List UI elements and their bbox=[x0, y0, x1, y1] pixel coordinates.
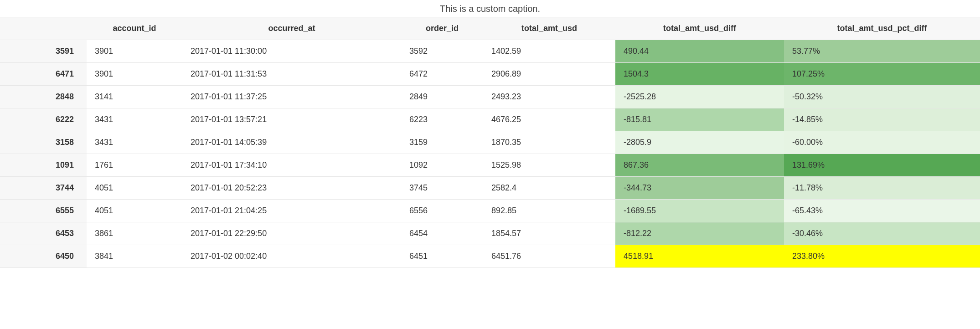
cell-total_amt_usd_diff: -344.73 bbox=[615, 177, 784, 200]
column-header: total_amt_usd bbox=[483, 17, 615, 40]
cell-total_amt_usd_pct_diff: -60.00% bbox=[784, 131, 980, 154]
column-header: total_amt_usd_diff bbox=[615, 17, 784, 40]
table-row: 647139012017-01-01 11:31:5364722906.8915… bbox=[0, 63, 980, 86]
cell-order_id: 3745 bbox=[401, 177, 483, 200]
cell-total_amt_usd_diff: -812.22 bbox=[615, 222, 784, 245]
cell-total_amt_usd_pct_diff: 233.80% bbox=[784, 245, 980, 268]
cell-account_id: 4051 bbox=[87, 177, 182, 200]
cell-occurred_at: 2017-01-01 22:29:50 bbox=[182, 222, 401, 245]
cell-total_amt_usd_pct_diff: -14.85% bbox=[784, 108, 980, 131]
column-header: order_id bbox=[401, 17, 483, 40]
cell-total_amt_usd_diff: 867.36 bbox=[615, 154, 784, 177]
cell-order_id: 6556 bbox=[401, 200, 483, 222]
table-row: 655540512017-01-01 21:04:256556892.85-16… bbox=[0, 200, 980, 222]
corner-cell bbox=[0, 17, 87, 40]
cell-account_id: 4051 bbox=[87, 200, 182, 222]
cell-account_id: 3901 bbox=[87, 40, 182, 63]
cell-total_amt_usd_diff: 4518.91 bbox=[615, 245, 784, 268]
cell-total_amt_usd_pct_diff: 107.25% bbox=[784, 63, 980, 86]
cell-total_amt_usd: 6451.76 bbox=[483, 245, 615, 268]
cell-total_amt_usd: 4676.25 bbox=[483, 108, 615, 131]
cell-account_id: 3431 bbox=[87, 108, 182, 131]
table-row: 109117612017-01-01 17:34:1010921525.9886… bbox=[0, 154, 980, 177]
cell-order_id: 6223 bbox=[401, 108, 483, 131]
cell-total_amt_usd: 2582.4 bbox=[483, 177, 615, 200]
table-row: 645038412017-01-02 00:02:4064516451.7645… bbox=[0, 245, 980, 268]
row-index: 6450 bbox=[0, 245, 87, 268]
cell-order_id: 3592 bbox=[401, 40, 483, 63]
cell-occurred_at: 2017-01-01 14:05:39 bbox=[182, 131, 401, 154]
cell-account_id: 3431 bbox=[87, 131, 182, 154]
cell-order_id: 6454 bbox=[401, 222, 483, 245]
cell-total_amt_usd_diff: -1689.55 bbox=[615, 200, 784, 222]
cell-total_amt_usd: 1870.35 bbox=[483, 131, 615, 154]
cell-order_id: 1092 bbox=[401, 154, 483, 177]
cell-occurred_at: 2017-01-01 13:57:21 bbox=[182, 108, 401, 131]
cell-total_amt_usd_pct_diff: 131.69% bbox=[784, 154, 980, 177]
cell-occurred_at: 2017-01-02 00:02:40 bbox=[182, 245, 401, 268]
row-index: 6471 bbox=[0, 63, 87, 86]
styled-table: This is a custom caption. account_id occ… bbox=[0, 0, 980, 268]
row-index: 1091 bbox=[0, 154, 87, 177]
column-header: occurred_at bbox=[182, 17, 401, 40]
cell-occurred_at: 2017-01-01 11:30:00 bbox=[182, 40, 401, 63]
cell-occurred_at: 2017-01-01 17:34:10 bbox=[182, 154, 401, 177]
cell-total_amt_usd: 2493.23 bbox=[483, 86, 615, 108]
cell-order_id: 6472 bbox=[401, 63, 483, 86]
table-row: 374440512017-01-01 20:52:2337452582.4-34… bbox=[0, 177, 980, 200]
cell-total_amt_usd_pct_diff: -30.46% bbox=[784, 222, 980, 245]
row-index: 6453 bbox=[0, 222, 87, 245]
column-header: total_amt_usd_pct_diff bbox=[784, 17, 980, 40]
table-row: 284831412017-01-01 11:37:2528492493.23-2… bbox=[0, 86, 980, 108]
cell-order_id: 2849 bbox=[401, 86, 483, 108]
table-caption: This is a custom caption. bbox=[0, 0, 980, 17]
cell-occurred_at: 2017-01-01 20:52:23 bbox=[182, 177, 401, 200]
row-index: 6555 bbox=[0, 200, 87, 222]
cell-account_id: 3841 bbox=[87, 245, 182, 268]
cell-occurred_at: 2017-01-01 21:04:25 bbox=[182, 200, 401, 222]
row-index: 6222 bbox=[0, 108, 87, 131]
cell-account_id: 3141 bbox=[87, 86, 182, 108]
cell-account_id: 3901 bbox=[87, 63, 182, 86]
cell-account_id: 3861 bbox=[87, 222, 182, 245]
table-row: 622234312017-01-01 13:57:2162234676.25-8… bbox=[0, 108, 980, 131]
table-row: 359139012017-01-01 11:30:0035921402.5949… bbox=[0, 40, 980, 63]
cell-total_amt_usd_diff: -2805.9 bbox=[615, 131, 784, 154]
cell-occurred_at: 2017-01-01 11:37:25 bbox=[182, 86, 401, 108]
cell-total_amt_usd: 1525.98 bbox=[483, 154, 615, 177]
row-index: 3591 bbox=[0, 40, 87, 63]
cell-total_amt_usd_pct_diff: -65.43% bbox=[784, 200, 980, 222]
row-index: 2848 bbox=[0, 86, 87, 108]
cell-total_amt_usd_diff: -2525.28 bbox=[615, 86, 784, 108]
cell-order_id: 3159 bbox=[401, 131, 483, 154]
cell-total_amt_usd: 1402.59 bbox=[483, 40, 615, 63]
cell-order_id: 6451 bbox=[401, 245, 483, 268]
row-index: 3158 bbox=[0, 131, 87, 154]
cell-total_amt_usd: 2906.89 bbox=[483, 63, 615, 86]
cell-total_amt_usd_diff: 490.44 bbox=[615, 40, 784, 63]
cell-total_amt_usd_diff: -815.81 bbox=[615, 108, 784, 131]
header-row: account_id occurred_at order_id total_am… bbox=[0, 17, 980, 40]
cell-account_id: 1761 bbox=[87, 154, 182, 177]
cell-total_amt_usd_pct_diff: -11.78% bbox=[784, 177, 980, 200]
cell-occurred_at: 2017-01-01 11:31:53 bbox=[182, 63, 401, 86]
cell-total_amt_usd_pct_diff: 53.77% bbox=[784, 40, 980, 63]
cell-total_amt_usd_pct_diff: -50.32% bbox=[784, 86, 980, 108]
cell-total_amt_usd: 1854.57 bbox=[483, 222, 615, 245]
cell-total_amt_usd_diff: 1504.3 bbox=[615, 63, 784, 86]
data-table: account_id occurred_at order_id total_am… bbox=[0, 17, 980, 268]
cell-total_amt_usd: 892.85 bbox=[483, 200, 615, 222]
table-row: 645338612017-01-01 22:29:5064541854.57-8… bbox=[0, 222, 980, 245]
row-index: 3744 bbox=[0, 177, 87, 200]
table-row: 315834312017-01-01 14:05:3931591870.35-2… bbox=[0, 131, 980, 154]
column-header: account_id bbox=[87, 17, 182, 40]
